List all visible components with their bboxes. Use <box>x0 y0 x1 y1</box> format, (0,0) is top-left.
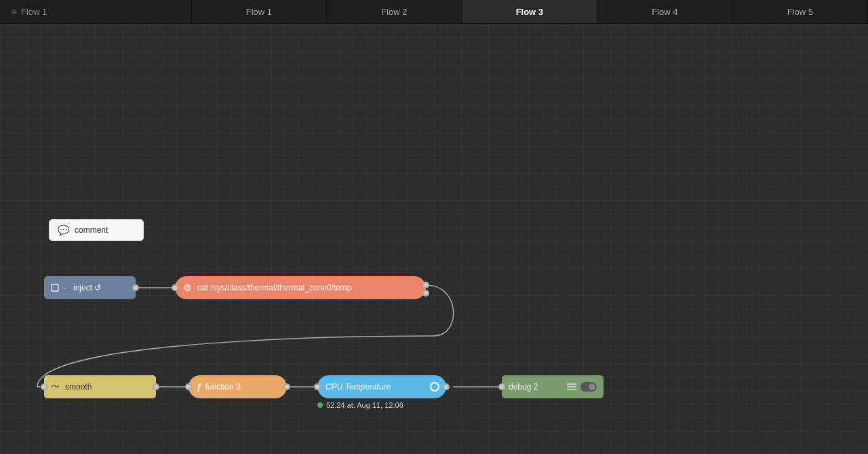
inject-node[interactable]: → inject ↺ <box>44 276 136 299</box>
smooth-output-port <box>153 383 159 390</box>
function3-input-port <box>185 383 192 390</box>
canvas: 💬 comment → inject ↺ ⚙ cat /sys/class/th… <box>0 24 868 454</box>
comment-icon: 💬 <box>58 225 69 235</box>
exec-input-port <box>172 284 178 291</box>
cpu-label: CPU Temperature <box>326 382 391 392</box>
status-dot-icon <box>317 402 323 408</box>
tab-bar: ⊗ Flow 1 Flow 1 Flow 2 Flow 3 Flow 4 Flo… <box>0 0 868 24</box>
gear-icon: ⚙ <box>183 282 192 293</box>
exec-output-port-1 <box>422 282 429 288</box>
exec-node[interactable]: ⚙ cat /sys/class/thermal/thermal_zone0/t… <box>175 276 426 299</box>
smooth-label: smooth <box>65 382 92 392</box>
smooth-node[interactable]: 〜 smooth <box>44 375 156 398</box>
function-icon: ƒ <box>197 382 201 392</box>
inject-output-port <box>132 284 139 291</box>
exec-label: cat /sys/class/thermal/thermal_zone0/tem… <box>197 283 351 292</box>
tab-flow2[interactable]: Flow 2 <box>327 0 462 23</box>
debug2-label: debug 2 <box>509 382 538 392</box>
exec-output-port-2 <box>422 290 429 297</box>
tab-flow1-close-label: Flow 1 <box>21 7 47 17</box>
cpu-output-port <box>443 383 450 390</box>
cpu-input-port <box>314 383 321 390</box>
cpu-status: 52.24 at: Aug 11, 12:06 <box>317 401 403 409</box>
comment-node[interactable]: 💬 comment <box>49 219 144 241</box>
cpu-status-text: 52.24 at: Aug 11, 12:06 <box>326 401 403 409</box>
tab-flow1[interactable]: Flow 1 <box>192 0 327 23</box>
tab-flow5[interactable]: Flow 5 <box>733 0 868 23</box>
tab-flow4-label: Flow 4 <box>652 7 677 17</box>
tab-flow1-label: Flow 1 <box>246 7 272 17</box>
cpu-node[interactable]: CPU Temperature <box>317 375 446 398</box>
function3-node[interactable]: ƒ function 3 <box>189 375 287 398</box>
tab-flow1-closeable[interactable]: ⊗ Flow 1 <box>0 0 192 23</box>
function3-label: function 3 <box>205 382 241 392</box>
comment-label: comment <box>75 225 108 235</box>
debug-lines-icon <box>567 383 576 390</box>
tab-close-icon[interactable]: ⊗ <box>11 7 17 16</box>
debug-toggle[interactable] <box>580 382 597 392</box>
inject-label: inject ↺ <box>73 283 101 292</box>
debug2-node[interactable]: debug 2 <box>502 375 604 398</box>
inject-rect-icon <box>51 284 59 292</box>
function3-output-port <box>283 383 290 390</box>
tab-flow4[interactable]: Flow 4 <box>597 0 732 23</box>
cpu-circle-icon <box>430 382 439 392</box>
tab-flow5-label: Flow 5 <box>787 7 813 17</box>
inject-arrow-icon: → <box>60 284 68 292</box>
tab-flow3-label: Flow 3 <box>516 7 543 17</box>
wave-icon: 〜 <box>51 381 60 393</box>
inject-icon-box: → <box>51 284 68 292</box>
tab-flow2-label: Flow 2 <box>381 7 407 17</box>
debug2-input-port <box>498 383 505 390</box>
smooth-input-port <box>41 383 47 390</box>
tab-flow3[interactable]: Flow 3 <box>462 0 597 23</box>
